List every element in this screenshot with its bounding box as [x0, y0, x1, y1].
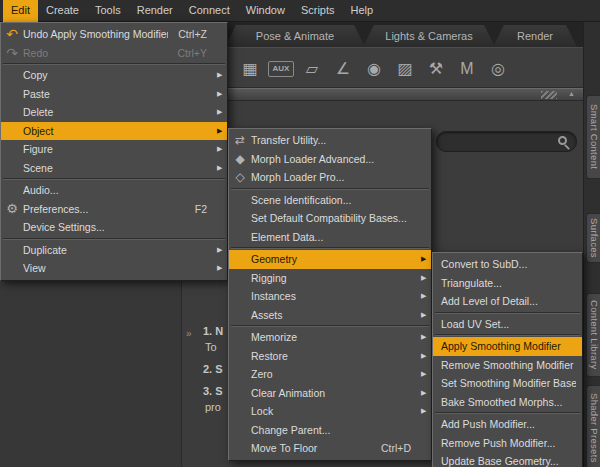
object-submenu: ⇄Transfer Utility...◆Morph Loader Advanc… [228, 128, 432, 461]
menu-item-instances[interactable]: Instances▶ [229, 287, 431, 306]
background-text-fragment: To [205, 341, 217, 353]
menu-item-lock[interactable]: Lock▶ [229, 402, 431, 421]
menu-item-update-base-geometry[interactable]: Update Base Geometry... [433, 452, 582, 467]
geometry-editor-icon[interactable]: ▨ [392, 56, 418, 82]
menubar: EditCreateToolsRenderConnectWindowScript… [0, 0, 600, 22]
menu-item-label: Geometry [251, 253, 419, 265]
menu-item-label: Remove Push Modifier... [433, 437, 576, 449]
menu-item-change-parent[interactable]: Change Parent... [229, 421, 431, 440]
resize-grip-icon[interactable] [541, 91, 557, 99]
workspace-tab-lights-cameras[interactable]: Lights & Cameras [363, 25, 495, 47]
menubar-item-help[interactable]: Help [343, 0, 382, 22]
workspace-tab-render[interactable]: Render [493, 25, 577, 47]
menu-item-label: Undo Apply Smoothing Modifier [23, 28, 168, 40]
menu-item-assets[interactable]: Assets▶ [229, 306, 431, 325]
menu-item-delete[interactable]: Delete▶ [1, 103, 227, 122]
menu-item-audio[interactable]: Audio... [1, 181, 227, 200]
menu-item-restore[interactable]: Restore▶ [229, 347, 431, 366]
menu-item-zero[interactable]: Zero▶ [229, 365, 431, 384]
morph-loader-pro-icon: ◇ [229, 170, 251, 184]
menu-item-label: Set Smoothing Modifier Base [433, 377, 576, 389]
menu-item-paste[interactable]: Paste▶ [1, 85, 227, 104]
menu-item-morph-loader-pro[interactable]: ◇Morph Loader Pro... [229, 168, 431, 187]
menu-item-label: Instances [251, 290, 419, 302]
side-tab-content-library[interactable]: Content Library [586, 293, 600, 377]
menubar-item-tools[interactable]: Tools [87, 0, 129, 22]
menu-item-clear-animation[interactable]: Clear Animation▶ [229, 384, 431, 403]
menu-item-redo[interactable]: ↷RedoCtrl+Y [1, 44, 227, 63]
menu-item-label: Morph Loader Advanced... [251, 153, 419, 165]
menu-item-scene[interactable]: Scene▶ [1, 159, 227, 178]
side-tab-strip: Smart ContentSurfacesContent LibraryShad… [583, 22, 600, 467]
render-settings-icon[interactable]: ◎ [485, 56, 511, 82]
menu-item-label: Lock [251, 405, 419, 417]
menu-item-copy[interactable]: Copy▶ [1, 66, 227, 85]
menu-item-remove-smoothing-modifier[interactable]: Remove Smoothing Modifier [433, 356, 582, 375]
menu-item-add-level-of-detail[interactable]: Add Level of Detail... [433, 292, 582, 311]
menu-item-scene-identification[interactable]: Scene Identification... [229, 191, 431, 210]
menubar-item-window[interactable]: Window [238, 0, 293, 22]
search-input[interactable] [436, 131, 577, 152]
menu-item-move-to-floor[interactable]: Move To FloorCtrl+D [229, 439, 431, 458]
menu-item-set-smoothing-modifier-base[interactable]: Set Smoothing Modifier Base [433, 374, 582, 393]
daz-studio-window: Pose & AnimateLights & CamerasRender ▦AU… [0, 0, 600, 467]
menu-item-figure[interactable]: Figure▶ [1, 140, 227, 159]
menu-item-add-push-modifier[interactable]: Add Push Modifier... [433, 415, 582, 434]
scene-icon[interactable]: ▦ [237, 56, 263, 82]
undo-icon: ↶ [1, 26, 23, 42]
menu-item-label: View [23, 262, 215, 274]
tool-settings-icon[interactable]: ⚒ [423, 56, 449, 82]
menu-separator [231, 247, 429, 249]
menu-item-label: Morph Loader Pro... [251, 171, 419, 183]
menubar-item-scripts[interactable]: Scripts [293, 0, 343, 22]
measure-metrics-icon[interactable]: M [454, 56, 480, 82]
side-tab-shader-presets[interactable]: Shader Presets [586, 385, 600, 467]
menu-item-label: Paste [23, 88, 215, 100]
joint-editor-icon[interactable]: ∠ [330, 56, 356, 82]
edit-menu: ↶Undo Apply Smoothing ModifierCtrl+Z↷Red… [0, 22, 228, 281]
geometry-submenu: Convert to SubD...Triangulate...Add Leve… [432, 252, 583, 467]
menu-item-morph-loader-advanced[interactable]: ◆Morph Loader Advanced... [229, 150, 431, 169]
menubar-item-create[interactable]: Create [38, 0, 87, 22]
menu-item-load-uv-set[interactable]: Load UV Set... [433, 315, 582, 334]
menu-item-apply-smoothing-modifier[interactable]: Apply Smoothing Modifier [433, 337, 582, 356]
menu-item-preferences[interactable]: ⚙Preferences...F2 [1, 200, 227, 219]
menu-item-label: Convert to SubD... [433, 258, 576, 270]
menu-item-device-settings[interactable]: Device Settings... [1, 218, 227, 237]
menu-item-bake-smoothed-morphs[interactable]: Bake Smoothed Morphs... [433, 393, 582, 412]
menubar-item-connect[interactable]: Connect [181, 0, 238, 22]
side-tab-smart-content[interactable]: Smart Content [586, 95, 600, 179]
submenu-arrow-icon: ▶ [419, 352, 431, 360]
submenu-arrow-icon: ▶ [419, 311, 431, 319]
camera-icon[interactable]: ◉ [361, 56, 387, 82]
menu-item-rigging[interactable]: Rigging▶ [229, 269, 431, 288]
menu-item-undo-apply-smoothing-modifier[interactable]: ↶Undo Apply Smoothing ModifierCtrl+Z [1, 25, 227, 44]
menu-item-label: Preferences... [23, 203, 185, 215]
menu-item-object[interactable]: Object▶ [1, 122, 227, 141]
menu-item-label: Scene [23, 162, 215, 174]
menu-item-convert-to-subd[interactable]: Convert to SubD... [433, 255, 582, 274]
menu-item-transfer-utility[interactable]: ⇄Transfer Utility... [229, 131, 431, 150]
menu-item-geometry[interactable]: Geometry▶ [229, 250, 431, 269]
background-text-fragment: » [186, 328, 192, 339]
menubar-item-render[interactable]: Render [129, 0, 181, 22]
menu-item-label: Restore [251, 350, 419, 362]
menubar-item-edit[interactable]: Edit [3, 0, 38, 22]
powerpose-icon[interactable]: ▱ [299, 56, 325, 82]
workspace-tab-pose-animate[interactable]: Pose & Animate [225, 25, 365, 47]
menu-separator [231, 325, 429, 327]
menu-item-label: Load UV Set... [433, 318, 576, 330]
menu-separator [231, 188, 429, 190]
menu-item-remove-push-modifier[interactable]: Remove Push Modifier... [433, 434, 582, 453]
menu-item-view[interactable]: View▶ [1, 259, 227, 278]
menu-item-duplicate[interactable]: Duplicate▶ [1, 241, 227, 260]
aux-viewport-icon[interactable]: AUX [268, 61, 294, 77]
menu-item-label: Change Parent... [251, 424, 419, 436]
menu-item-memorize[interactable]: Memorize▶ [229, 328, 431, 347]
menu-item-element-data[interactable]: Element Data... [229, 228, 431, 247]
side-tab-surfaces[interactable]: Surfaces [586, 213, 600, 263]
menu-item-triangulate[interactable]: Triangulate... [433, 274, 582, 293]
scroll-up-icon[interactable]: ▲ [568, 90, 575, 97]
submenu-arrow-icon: ▶ [215, 108, 227, 116]
menu-item-set-default-compatibility-bases[interactable]: Set Default Compatibility Bases... [229, 209, 431, 228]
